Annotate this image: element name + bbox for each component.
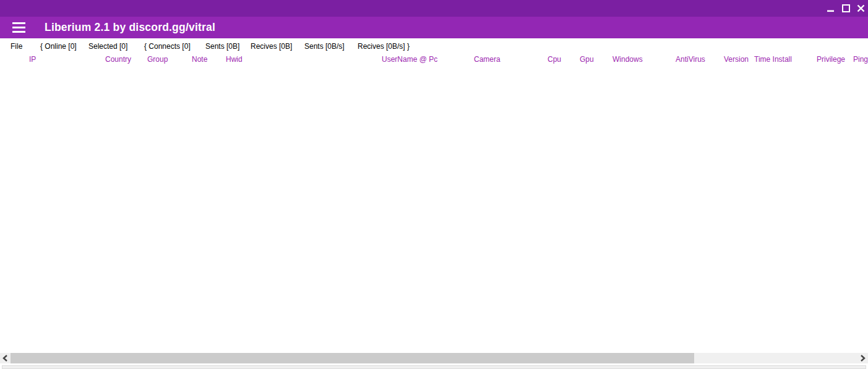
status-connects: { Connects [0] [144,38,191,54]
status-sents-rate: Sents [0B/s] [304,38,345,54]
menubar: File { Online [0] Selected [0] { Connect… [0,38,868,54]
hamburger-menu-icon[interactable] [12,22,25,33]
column-header-windows[interactable]: Windows [612,53,643,66]
status-online: { Online [0] [40,38,77,54]
page-title: Liberium 2.1 by discord.gg/vitral [45,17,215,38]
window-controls [823,0,868,17]
column-header-timeinstall[interactable]: Time Install [754,53,792,66]
client-list-area [0,66,868,353]
scroll-right-button[interactable] [857,353,868,363]
status-recives-rate: Recives [0B/s] } [358,38,410,54]
scroll-left-button[interactable] [0,353,11,363]
column-header-ip[interactable]: IP [29,53,36,66]
column-header-camera[interactable]: Camera [474,53,501,66]
maximize-button[interactable] [838,0,853,17]
column-header-hwid[interactable]: Hwid [226,53,243,66]
titlebar [0,0,868,17]
maximize-icon [842,4,850,12]
column-header-gpu[interactable]: Gpu [580,53,594,66]
chevron-right-icon [860,355,866,362]
minimize-icon [827,5,835,12]
close-button[interactable] [853,0,868,17]
chevron-left-icon [2,355,8,362]
column-header-country[interactable]: Country [105,53,131,66]
close-icon [857,4,865,12]
column-header-note[interactable]: Note [192,53,207,66]
scrollbar-thumb[interactable] [11,353,694,363]
column-header-ping[interactable]: Ping [853,53,868,66]
app-header: Liberium 2.1 by discord.gg/vitral [0,17,868,38]
column-header-username[interactable]: UserName @ Pc [382,53,437,66]
column-header-antivirus[interactable]: AntiVirus [676,53,705,66]
column-header-group[interactable]: Group [147,53,168,66]
status-sents: Sents [0B] [205,38,239,54]
minimize-button[interactable] [823,0,838,17]
bottom-edge-strip [2,365,866,369]
column-header-version[interactable]: Version [724,53,749,66]
column-header-cpu[interactable]: Cpu [548,53,561,66]
horizontal-scrollbar[interactable] [0,353,868,363]
menu-file[interactable]: File [11,38,22,54]
status-selected: Selected [0] [88,38,127,54]
status-recives: Recives [0B] [251,38,292,54]
column-header-privilege[interactable]: Privilege [817,53,845,66]
app-window: Liberium 2.1 by discord.gg/vitral File {… [0,0,868,369]
table-header-row: IP Country Group Note Hwid UserName @ Pc… [0,53,868,66]
